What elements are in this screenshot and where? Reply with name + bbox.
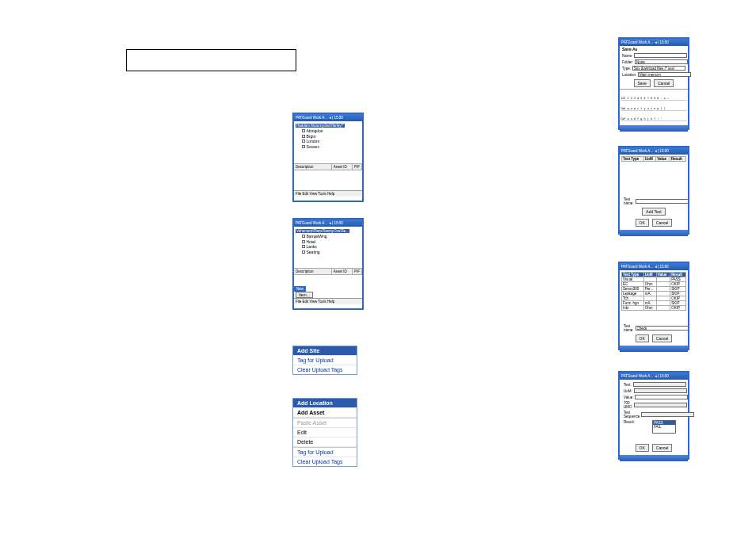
col-uom[interactable]: UoM <box>643 157 655 162</box>
cancel-button[interactable]: Cancel <box>652 219 673 227</box>
col-pf[interactable]: P/F <box>353 164 362 170</box>
titlebar: PATGuard Work A... ◄( 15:00 <box>620 263 688 270</box>
label-uom: UoM: <box>624 389 632 393</box>
pda-add-test: PATGuard Work A... ◄( 15:00 Test Type Uo… <box>618 146 689 235</box>
ok-button[interactable]: OK <box>636 444 649 452</box>
cancel-button[interactable]: Cancel <box>652 334 673 342</box>
top-empty-frame <box>126 49 296 71</box>
asset-grid-header: Description Asset ID P/F <box>294 268 362 275</box>
label-testname: Test name: <box>624 324 634 332</box>
select-location[interactable] <box>638 72 691 77</box>
kb-row[interactable]: Tab q w e r t y u i o p [ ] <box>620 107 687 111</box>
app-title: PATGuard Work A... ◄( 15:00 <box>621 40 686 44</box>
input-test <box>633 382 686 387</box>
pda-sites-tree: PATGuard Work A... ◄( 15:00 Haddam Motor… <box>292 113 364 202</box>
checkbox-icon[interactable] <box>302 245 305 248</box>
titlebar: PATGuard Work A... ◄( 15:00 <box>620 39 688 46</box>
checkbox-icon[interactable] <box>302 250 305 254</box>
select-type[interactable] <box>632 66 685 71</box>
input-passlimit <box>634 403 687 407</box>
checkbox-icon[interactable] <box>302 235 305 238</box>
input-uom <box>634 388 687 393</box>
test-grid: Test Type UoM Value Result <box>621 156 686 162</box>
addtest-button[interactable]: Add Test <box>642 208 665 216</box>
context-menu-site: Add Site Tag for Upload Clear Upload Tag… <box>292 346 357 375</box>
titlebar: PATGuard Work A... ◄( 15:00 <box>294 114 362 121</box>
toolbox-tab-new[interactable]: New <box>294 286 306 292</box>
select-folder[interactable] <box>635 59 688 64</box>
col-testtype[interactable]: Test Type <box>622 157 644 162</box>
save-button[interactable]: Save <box>634 79 651 87</box>
label-folder: Folder: <box>622 60 633 64</box>
col-description[interactable]: Description <box>294 164 332 170</box>
label-seq: Test Sequence <box>624 411 640 418</box>
input-name[interactable] <box>634 53 687 58</box>
soft-keyboard[interactable]: 123 1 2 3 4 5 6 7 8 9 0 - = ← Tab q w e … <box>620 89 688 125</box>
ok-button[interactable]: OK <box>636 334 649 342</box>
col-assetid[interactable]: Asset ID <box>332 269 353 274</box>
menu-tagupload[interactable]: Tag for Upload <box>293 356 357 365</box>
menu-clearupload[interactable]: Clear Upload Tags <box>293 365 357 374</box>
item-button[interactable]: Item... <box>296 292 313 298</box>
checkbox-icon[interactable] <box>302 139 305 143</box>
app-title: PATGuard Work A... ◄( 15:00 <box>621 149 686 153</box>
pda-footer <box>620 125 688 132</box>
tree-label: Sussex <box>307 144 319 150</box>
label-name: Name: <box>622 54 632 58</box>
menu-addasset[interactable]: Add Asset <box>293 408 357 418</box>
tree-root[interactable]: Vehement\PlazaTwentyOne\Se... <box>296 229 349 233</box>
input-value[interactable] <box>635 395 688 399</box>
col-result[interactable]: Result <box>670 157 685 162</box>
input-testname[interactable] <box>636 199 689 204</box>
menu-bar[interactable]: File Edit View Tools Help <box>294 298 362 304</box>
pda-footer <box>620 455 688 461</box>
checkbox-icon[interactable] <box>302 135 305 138</box>
kb-row[interactable]: CAP a s d f g h j k l ; ' <box>620 117 687 121</box>
label-testname: Test name: <box>624 197 634 205</box>
menu-clearupload[interactable]: Clear Upload Tags <box>293 457 357 466</box>
app-title: PATGuard Work A... ◄( 15:00 <box>621 374 686 378</box>
pda-save-as: PATGuard Work A... ◄( 15:00 Save As Name… <box>618 37 689 130</box>
checkbox-icon[interactable] <box>302 145 305 148</box>
kb-row[interactable]: 123 1 2 3 4 5 6 7 8 9 0 - = ← <box>620 97 687 101</box>
input-testname[interactable] <box>636 326 689 331</box>
checkbox-icon[interactable] <box>302 240 305 243</box>
test-grid[interactable]: Test Type UoM Value Result VisualPASS EC… <box>621 272 686 311</box>
col-assetid[interactable]: Asset ID <box>332 164 353 170</box>
asset-grid-header: Description Asset ID P/F <box>294 163 362 170</box>
table-row[interactable]: InktOhmOKIP <box>622 306 686 311</box>
tree-item[interactable]: Sussex <box>296 144 361 150</box>
result-listbox[interactable]: PASS FAIL <box>652 420 676 434</box>
pda-test-edit: PATGuard Work A... ◄( 15:00 Test: UoM: V… <box>618 371 689 460</box>
tree-item[interactable]: Seating <box>296 250 361 255</box>
pda-footer <box>620 346 688 352</box>
label-test: Test: <box>624 383 632 387</box>
label-result: Result: <box>624 420 651 424</box>
menu-edit[interactable]: Edit <box>293 428 357 438</box>
label-value: Value: <box>624 396 633 399</box>
titlebar: PATGuard Work A... ◄( 15:00 <box>620 373 688 380</box>
tree-root[interactable]: Haddam Motorcycles\Harley\* <box>296 124 345 128</box>
col-pf[interactable]: P/F <box>353 269 362 274</box>
checkbox-icon[interactable] <box>302 129 305 132</box>
cancel-button[interactable]: Cancel <box>652 444 673 452</box>
menu-addlocation[interactable]: Add Location <box>293 399 357 408</box>
app-title: PATGuard Work A... ◄( 15:00 <box>296 221 361 225</box>
menu-addsite[interactable]: Add Site <box>293 346 357 356</box>
app-title: PATGuard Work A... ◄( 15:00 <box>296 116 361 120</box>
dialog-title: Save As <box>620 46 688 52</box>
menu-pasteasset: Paste Asset <box>293 418 357 428</box>
toolbox: New <box>294 286 362 292</box>
menu-tagupload[interactable]: Tag for Upload <box>293 447 357 457</box>
label-type: Type: <box>622 67 631 71</box>
col-value[interactable]: Value <box>656 157 670 162</box>
cancel-button[interactable]: Cancel <box>654 79 674 87</box>
app-title: PATGuard Work A... ◄( 15:00 <box>621 265 686 269</box>
menu-bar[interactable]: File Edit View Tools Help <box>294 190 362 197</box>
pda-locations-tree: PATGuard Work A... ◄( 15:00 Vehement\Pla… <box>292 218 364 310</box>
menu-delete[interactable]: Delete <box>293 438 357 447</box>
pda-test-list: PATGuard Work A... ◄( 15:00 Test Type Uo… <box>618 262 689 350</box>
ok-button[interactable]: OK <box>636 219 649 227</box>
context-menu-location: Add Location Add Asset Paste Asset Edit … <box>292 398 357 467</box>
col-description[interactable]: Description <box>294 269 332 274</box>
